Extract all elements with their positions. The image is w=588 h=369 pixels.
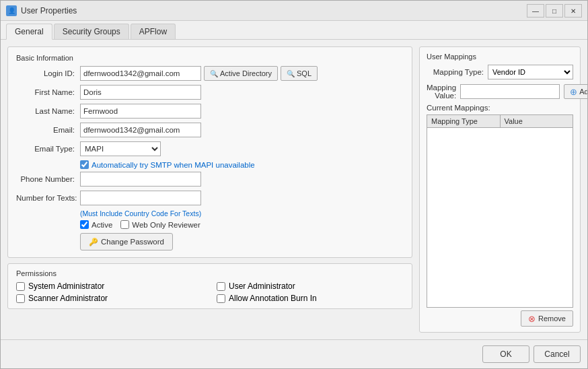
remove-circle-icon xyxy=(528,314,536,324)
scanner-admin-checkbox[interactable] xyxy=(16,294,25,303)
permissions-grid: System Administrator User Administrator … xyxy=(16,281,404,303)
remove-mapping-button[interactable]: Remove xyxy=(521,310,573,327)
email-type-select[interactable]: MAPI SMTP None xyxy=(80,141,161,156)
active-item: Active xyxy=(80,220,112,229)
close-button[interactable] xyxy=(564,4,582,18)
key-icon xyxy=(89,238,98,246)
search-icon xyxy=(210,69,218,77)
mapping-type-label: Mapping Type: xyxy=(427,68,484,76)
texts-hint: (Must Include Country Code For Texts) xyxy=(80,209,404,217)
change-password-button[interactable]: Change Password xyxy=(80,233,173,250)
add-mapping-button[interactable]: Add xyxy=(564,84,587,99)
user-mappings-section: User Mappings Mapping Type: Vendor ID Em… xyxy=(419,46,581,333)
right-panel: User Mappings Mapping Type: Vendor ID Em… xyxy=(419,46,581,333)
auto-smtp-checkbox[interactable] xyxy=(80,160,89,169)
login-id-input[interactable] xyxy=(80,66,201,81)
web-only-reviewer-label[interactable]: Web Only Reviewer xyxy=(132,221,200,229)
first-name-label: First Name: xyxy=(16,88,80,96)
email-input[interactable] xyxy=(80,123,201,137)
footer: OK Cancel xyxy=(1,339,587,368)
mapping-type-select[interactable]: Vendor ID Employee ID Customer ID xyxy=(488,65,573,79)
last-name-label: Last Name: xyxy=(16,107,80,115)
mapping-type-header: Mapping Type xyxy=(427,115,501,127)
auto-smtp-row: Automatically try SMTP when MAPI unavail… xyxy=(80,160,404,169)
mapping-value-label: Mapping Value: xyxy=(427,83,456,100)
window: 👤 User Properties General Security Group… xyxy=(0,0,588,369)
maximize-button[interactable] xyxy=(546,4,563,18)
basic-info-section: Basic Information Login ID: Active Direc… xyxy=(7,46,412,258)
email-label: Email: xyxy=(16,126,80,134)
mappings-table-body xyxy=(427,128,573,307)
basic-info-title: Basic Information xyxy=(16,54,404,62)
login-id-input-group: Active Directory SQL xyxy=(80,66,318,81)
email-type-label: Email Type: xyxy=(16,145,80,153)
user-admin-checkbox[interactable] xyxy=(217,282,225,291)
perm-user-admin: User Administrator xyxy=(217,281,404,291)
system-admin-checkbox[interactable] xyxy=(16,282,25,291)
ok-button[interactable]: OK xyxy=(482,345,529,363)
active-row: Active Web Only Reviewer xyxy=(80,220,404,229)
close-icon xyxy=(571,7,576,15)
window-title: User Properties xyxy=(21,6,527,15)
mapping-value-row: Mapping Value: Add xyxy=(427,83,573,100)
auto-smtp-label[interactable]: Automatically try SMTP when MAPI unavail… xyxy=(91,161,255,169)
mapping-value-header: Value xyxy=(501,115,573,127)
texts-label: Number for Texts: xyxy=(16,194,80,202)
permissions-title: Permissions xyxy=(16,269,404,277)
window-icon: 👤 xyxy=(6,5,17,16)
title-bar-controls xyxy=(527,4,582,18)
tab-security-groups[interactable]: Security Groups xyxy=(54,24,129,39)
sql-search-icon xyxy=(287,69,295,77)
active-directory-button[interactable]: Active Directory xyxy=(204,66,278,81)
web-only-reviewer-checkbox[interactable] xyxy=(120,220,129,229)
sql-button[interactable]: SQL xyxy=(281,66,318,81)
user-mappings-title: User Mappings xyxy=(427,53,573,61)
first-name-row: First Name: xyxy=(16,85,404,100)
main-content: Basic Information Login ID: Active Direc… xyxy=(1,40,587,339)
user-admin-label[interactable]: User Administrator xyxy=(229,281,295,291)
mappings-table-header: Mapping Type Value xyxy=(427,115,573,128)
login-id-label: Login ID: xyxy=(16,69,80,77)
phone-row: Phone Number: xyxy=(16,172,404,187)
mapping-type-row: Mapping Type: Vendor ID Employee ID Cust… xyxy=(427,65,573,79)
scanner-admin-label[interactable]: Scanner Administrator xyxy=(28,294,108,303)
title-bar: 👤 User Properties xyxy=(1,1,587,21)
active-label[interactable]: Active xyxy=(91,221,112,229)
mappings-table: Mapping Type Value xyxy=(427,114,573,308)
phone-label: Phone Number: xyxy=(16,175,80,183)
last-name-row: Last Name: xyxy=(16,104,404,119)
texts-row: Number for Texts: xyxy=(16,191,404,205)
minimize-button[interactable] xyxy=(527,4,544,18)
system-admin-label[interactable]: System Administrator xyxy=(28,281,104,291)
maximize-icon xyxy=(552,7,556,15)
perm-scanner-admin: Scanner Administrator xyxy=(16,294,203,303)
minimize-icon xyxy=(532,7,539,15)
perm-system-admin: System Administrator xyxy=(16,281,203,291)
allow-annotation-checkbox[interactable] xyxy=(217,294,225,303)
tab-general[interactable]: General xyxy=(6,24,52,40)
mapping-value-input[interactable] xyxy=(460,84,560,99)
permissions-section: Permissions System Administrator User Ad… xyxy=(7,263,412,309)
tab-apflow[interactable]: APFlow xyxy=(131,24,176,39)
tab-bar: General Security Groups APFlow xyxy=(1,21,587,40)
web-only-reviewer-item: Web Only Reviewer xyxy=(120,220,200,229)
login-id-row: Login ID: Active Directory SQL xyxy=(16,66,404,81)
add-circle-icon xyxy=(570,87,577,97)
email-row: Email: xyxy=(16,123,404,137)
email-type-row: Email Type: MAPI SMTP None xyxy=(16,141,404,156)
left-panel: Basic Information Login ID: Active Direc… xyxy=(7,46,412,333)
active-checkbox[interactable] xyxy=(80,220,89,229)
cancel-button[interactable]: Cancel xyxy=(534,345,581,363)
perm-annotation-burn: Allow Annotation Burn In xyxy=(217,294,404,303)
allow-annotation-label[interactable]: Allow Annotation Burn In xyxy=(229,294,317,303)
texts-input[interactable] xyxy=(80,191,201,205)
current-mappings-label: Current Mappings: xyxy=(427,104,573,112)
phone-input[interactable] xyxy=(80,172,201,187)
first-name-input[interactable] xyxy=(80,85,201,100)
last-name-input[interactable] xyxy=(80,104,201,119)
